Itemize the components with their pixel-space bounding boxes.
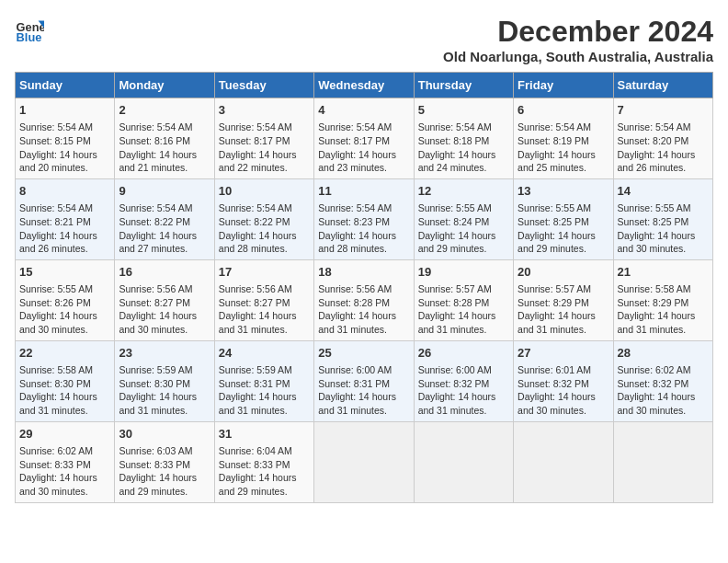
daylight-label: Daylight: 14 hours and 31 minutes. — [418, 310, 496, 335]
week-row-4: 22 Sunrise: 5:58 AM Sunset: 8:30 PM Dayl… — [16, 340, 713, 421]
calendar-cell: 12 Sunrise: 5:55 AM Sunset: 8:24 PM Dayl… — [414, 178, 513, 259]
sunrise-text: Sunrise: 6:04 AM — [219, 445, 292, 456]
calendar-cell: 2 Sunrise: 5:54 AM Sunset: 8:16 PM Dayli… — [115, 98, 214, 179]
sunset-text: Sunset: 8:25 PM — [618, 216, 689, 227]
sunrise-text: Sunrise: 5:59 AM — [219, 364, 292, 375]
daylight-label: Daylight: 14 hours and 31 minutes. — [518, 310, 596, 335]
sunrise-text: Sunrise: 5:55 AM — [618, 202, 691, 213]
sunset-text: Sunset: 8:20 PM — [618, 135, 689, 146]
daylight-label: Daylight: 14 hours and 28 minutes. — [219, 230, 297, 255]
calendar-cell: 1 Sunrise: 5:54 AM Sunset: 8:15 PM Dayli… — [16, 98, 115, 179]
day-number: 24 — [219, 345, 310, 362]
day-number: 23 — [119, 345, 210, 362]
daylight-label: Daylight: 14 hours and 31 minutes. — [618, 310, 696, 335]
header: General Blue December 2024 Old Noarlunga… — [15, 15, 713, 64]
day-header-wednesday: Wednesday — [314, 73, 414, 98]
sunrise-text: Sunrise: 5:54 AM — [19, 121, 93, 132]
calendar-cell: 20 Sunrise: 5:57 AM Sunset: 8:29 PM Dayl… — [514, 259, 613, 340]
sunrise-text: Sunrise: 5:55 AM — [418, 202, 492, 213]
day-number: 4 — [318, 102, 409, 119]
sunrise-text: Sunrise: 6:01 AM — [518, 364, 591, 375]
sunrise-text: Sunrise: 5:54 AM — [119, 121, 192, 132]
day-number: 11 — [318, 183, 409, 200]
day-number: 28 — [618, 345, 709, 362]
sunset-text: Sunset: 8:27 PM — [119, 297, 190, 308]
calendar-body: 1 Sunrise: 5:54 AM Sunset: 8:15 PM Dayli… — [16, 98, 713, 503]
sunset-text: Sunset: 8:31 PM — [318, 378, 390, 389]
day-number: 1 — [19, 102, 110, 119]
calendar-cell: 24 Sunrise: 5:59 AM Sunset: 8:31 PM Dayl… — [214, 340, 313, 421]
daylight-label: Daylight: 14 hours and 31 minutes. — [318, 310, 396, 335]
calendar-cell: 25 Sunrise: 6:00 AM Sunset: 8:31 PM Dayl… — [314, 340, 414, 421]
calendar-cell: 23 Sunrise: 5:59 AM Sunset: 8:30 PM Dayl… — [115, 340, 214, 421]
daylight-label: Daylight: 14 hours and 29 minutes. — [119, 472, 197, 497]
calendar-cell: 5 Sunrise: 5:54 AM Sunset: 8:18 PM Dayli… — [414, 98, 513, 179]
sunrise-text: Sunrise: 5:55 AM — [518, 202, 591, 213]
week-row-1: 1 Sunrise: 5:54 AM Sunset: 8:15 PM Dayli… — [16, 98, 713, 179]
day-number: 7 — [618, 102, 709, 119]
daylight-label: Daylight: 14 hours and 21 minutes. — [119, 149, 197, 174]
sunset-text: Sunset: 8:32 PM — [418, 378, 490, 389]
day-header-sunday: Sunday — [16, 73, 115, 98]
sunset-text: Sunset: 8:18 PM — [418, 135, 490, 146]
sunset-text: Sunset: 8:28 PM — [418, 297, 490, 308]
daylight-label: Daylight: 14 hours and 30 minutes. — [518, 391, 596, 416]
day-number: 10 — [219, 183, 310, 200]
calendar-cell: 6 Sunrise: 5:54 AM Sunset: 8:19 PM Dayli… — [514, 98, 613, 179]
sunset-text: Sunset: 8:22 PM — [219, 216, 290, 227]
sunrise-text: Sunrise: 5:54 AM — [219, 202, 292, 213]
sunrise-text: Sunrise: 6:03 AM — [119, 445, 192, 456]
day-number: 18 — [318, 264, 409, 281]
calendar-cell: 4 Sunrise: 5:54 AM Sunset: 8:17 PM Dayli… — [314, 98, 414, 179]
day-number: 15 — [19, 264, 110, 281]
sunrise-text: Sunrise: 5:57 AM — [418, 283, 492, 294]
calendar-cell — [314, 421, 414, 502]
day-number: 25 — [318, 345, 409, 362]
sunset-text: Sunset: 8:21 PM — [19, 216, 91, 227]
sunrise-text: Sunrise: 5:57 AM — [518, 283, 591, 294]
sunset-text: Sunset: 8:31 PM — [219, 378, 290, 389]
day-header-thursday: Thursday — [414, 73, 513, 98]
calendar-cell: 26 Sunrise: 6:00 AM Sunset: 8:32 PM Dayl… — [414, 340, 513, 421]
sunset-text: Sunset: 8:24 PM — [418, 216, 490, 227]
day-number: 8 — [19, 183, 110, 200]
day-number: 27 — [518, 345, 609, 362]
sunset-text: Sunset: 8:26 PM — [19, 297, 91, 308]
daylight-label: Daylight: 14 hours and 31 minutes. — [318, 391, 396, 416]
sunrise-text: Sunrise: 5:58 AM — [618, 283, 691, 294]
day-number: 30 — [119, 426, 210, 442]
calendar-cell: 7 Sunrise: 5:54 AM Sunset: 8:20 PM Dayli… — [613, 98, 712, 179]
sunset-text: Sunset: 8:17 PM — [219, 135, 290, 146]
svg-text:Blue: Blue — [17, 30, 42, 44]
sunrise-text: Sunrise: 5:56 AM — [219, 283, 292, 294]
month-title: December 2024 — [443, 15, 713, 49]
sunset-text: Sunset: 8:16 PM — [119, 135, 190, 146]
calendar-cell: 16 Sunrise: 5:56 AM Sunset: 8:27 PM Dayl… — [115, 259, 214, 340]
sunrise-text: Sunrise: 5:56 AM — [119, 283, 192, 294]
calendar-cell: 27 Sunrise: 6:01 AM Sunset: 8:32 PM Dayl… — [514, 340, 613, 421]
daylight-label: Daylight: 14 hours and 31 minutes. — [219, 391, 297, 416]
daylight-label: Daylight: 14 hours and 26 minutes. — [19, 230, 97, 255]
daylight-label: Daylight: 14 hours and 23 minutes. — [318, 149, 396, 174]
calendar-cell: 31 Sunrise: 6:04 AM Sunset: 8:33 PM Dayl… — [214, 421, 313, 502]
daylight-label: Daylight: 14 hours and 30 minutes. — [19, 472, 97, 497]
day-header-monday: Monday — [115, 73, 214, 98]
sunrise-text: Sunrise: 5:54 AM — [418, 121, 492, 132]
day-number: 2 — [119, 102, 210, 119]
location-title: Old Noarlunga, South Australia, Australi… — [443, 49, 713, 64]
sunset-text: Sunset: 8:29 PM — [618, 297, 689, 308]
daylight-label: Daylight: 14 hours and 30 minutes. — [119, 310, 197, 335]
daylight-label: Daylight: 14 hours and 28 minutes. — [318, 230, 396, 255]
calendar-cell: 29 Sunrise: 6:02 AM Sunset: 8:33 PM Dayl… — [16, 421, 115, 502]
daylight-label: Daylight: 14 hours and 27 minutes. — [119, 230, 197, 255]
calendar-cell: 3 Sunrise: 5:54 AM Sunset: 8:17 PM Dayli… — [214, 98, 313, 179]
daylight-label: Daylight: 14 hours and 31 minutes. — [19, 391, 97, 416]
day-header-friday: Friday — [514, 73, 613, 98]
daylight-label: Daylight: 14 hours and 31 minutes. — [219, 310, 297, 335]
daylight-label: Daylight: 14 hours and 22 minutes. — [219, 149, 297, 174]
day-number: 13 — [518, 183, 609, 200]
calendar-cell — [514, 421, 613, 502]
daylight-label: Daylight: 14 hours and 29 minutes. — [518, 230, 596, 255]
day-number: 21 — [618, 264, 709, 281]
sunset-text: Sunset: 8:30 PM — [19, 378, 91, 389]
